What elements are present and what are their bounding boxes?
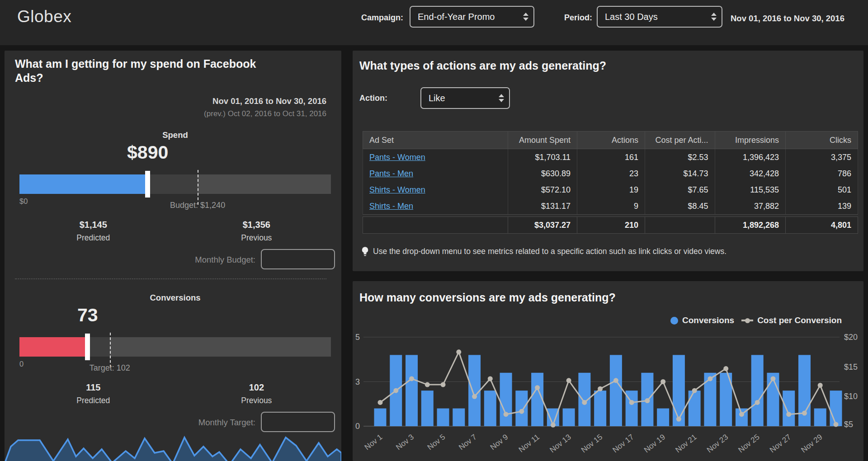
select-spinner-icon bbox=[711, 12, 717, 21]
svg-text:Nov 19: Nov 19 bbox=[642, 433, 667, 454]
svg-text:0: 0 bbox=[355, 422, 360, 431]
table-tip: Use the drop-down menu to see metrics re… bbox=[362, 246, 726, 257]
svg-text:Nov 7: Nov 7 bbox=[457, 433, 478, 452]
period-select[interactable]: Last 30 Days bbox=[597, 6, 722, 28]
spend-predicted: $1,145 Predicted bbox=[76, 220, 110, 243]
spend-previous: $1,356 Previous bbox=[241, 220, 272, 243]
action-select-value: Like bbox=[429, 93, 445, 103]
spend-bullet-marker bbox=[145, 171, 150, 198]
monthly-budget-input[interactable] bbox=[261, 249, 335, 269]
period-select-value: Last 30 Days bbox=[605, 12, 658, 22]
conversions-bullet-marker bbox=[85, 334, 90, 360]
conversions-combo-chart: 530$20$15$10$5Nov 1Nov 3Nov 5Nov 7Nov 9N… bbox=[353, 312, 863, 461]
spend-bullet-track bbox=[19, 174, 331, 194]
adset-link[interactable]: Pants - Women bbox=[369, 153, 425, 162]
campaign-select[interactable]: End-of-Year Promo bbox=[410, 6, 534, 28]
spend-bullet-label: Spend bbox=[19, 130, 331, 140]
action-label: Action: bbox=[359, 94, 387, 103]
adset-table: Ad SetAmount SpentActionsCost per Acti..… bbox=[363, 131, 858, 215]
svg-text:Nov 11: Nov 11 bbox=[517, 433, 541, 454]
column-header[interactable]: Amount Spent bbox=[508, 132, 577, 149]
svg-text:Nov 1: Nov 1 bbox=[363, 433, 384, 452]
spend-bullet-fill bbox=[19, 174, 145, 194]
svg-text:Nov 29: Nov 29 bbox=[800, 433, 824, 454]
conversions-bullet-value: 73 bbox=[77, 305, 98, 326]
table-row: Pants - Men$630.8923$14.73342,428786 bbox=[363, 165, 858, 182]
conversions-target-label: Target: 102 bbox=[90, 363, 130, 373]
select-spinner-icon bbox=[523, 12, 528, 21]
svg-text:5: 5 bbox=[355, 333, 360, 342]
conversions-predicted: 115 Predicted bbox=[76, 382, 110, 405]
conversions-card-title: How many conversions are my ads generati… bbox=[359, 291, 766, 305]
conversions-min-label: 0 bbox=[19, 360, 24, 368]
svg-text:Nov 13: Nov 13 bbox=[548, 433, 572, 454]
svg-text:Nov 27: Nov 27 bbox=[768, 433, 793, 454]
conversions-target-line bbox=[110, 333, 111, 367]
column-header[interactable]: Impressions bbox=[715, 132, 786, 149]
table-row: Shirts - Men$131.179$8.4537,882139 bbox=[363, 198, 858, 215]
conversions-bullet: Conversions 73 0 Target: 102 115 Predict… bbox=[19, 289, 331, 438]
campaign-label: Campaign: bbox=[348, 13, 403, 23]
spend-min-label: $0 bbox=[19, 197, 28, 206]
spend-bullet-value: $890 bbox=[127, 142, 168, 163]
svg-text:Nov 3: Nov 3 bbox=[394, 433, 415, 452]
svg-text:Nov 17: Nov 17 bbox=[611, 433, 635, 454]
spend-date-range: Nov 01, 2016 to Nov 30, 2016 bbox=[136, 96, 326, 106]
svg-text:Nov 25: Nov 25 bbox=[737, 433, 761, 454]
select-spinner-icon bbox=[499, 94, 504, 103]
svg-text:$20: $20 bbox=[844, 333, 858, 342]
svg-text:Nov 5: Nov 5 bbox=[426, 433, 447, 452]
svg-text:Nov 21: Nov 21 bbox=[674, 433, 698, 454]
conversions-bullet-track bbox=[19, 337, 331, 357]
table-row: Pants - Women$1,703.11161$2.531,396,4233… bbox=[363, 149, 858, 166]
spend-prev-range: (prev.) Oct 02, 2016 to Oct 31, 2016 bbox=[136, 109, 326, 118]
monthly-target-label: Monthly Target: bbox=[142, 418, 255, 428]
conversions-bullet-fill bbox=[19, 337, 85, 357]
conversions-previous: 102 Previous bbox=[241, 382, 272, 405]
spend-budget-line bbox=[198, 170, 198, 205]
svg-text:Nov 15: Nov 15 bbox=[580, 433, 604, 454]
adset-link[interactable]: Pants - Men bbox=[369, 169, 413, 178]
svg-text:$15: $15 bbox=[844, 362, 858, 372]
adset-link[interactable]: Shirts - Men bbox=[369, 202, 413, 211]
column-header[interactable]: Actions bbox=[577, 132, 645, 149]
logo: Globex bbox=[17, 7, 71, 26]
monthly-target-input[interactable] bbox=[261, 412, 335, 432]
section-divider bbox=[15, 278, 326, 279]
svg-text:$10: $10 bbox=[844, 392, 858, 401]
spend-bullet: Spend $890 $0 Budget: $1,240 $1,145 Pred… bbox=[19, 127, 331, 276]
period-label: Period: bbox=[556, 13, 592, 23]
column-header[interactable]: Ad Set bbox=[363, 132, 508, 149]
table-tip-text: Use the drop-down menu to see metrics re… bbox=[373, 247, 726, 256]
campaign-select-value: End-of-Year Promo bbox=[418, 12, 495, 22]
table-row: Shirts - Women$572.1019$7.65115,535501 bbox=[363, 182, 858, 198]
column-header[interactable]: Cost per Acti... bbox=[645, 132, 715, 149]
monthly-budget-label: Monthly Budget: bbox=[142, 255, 255, 265]
svg-text:Nov 23: Nov 23 bbox=[705, 433, 730, 454]
svg-text:$5: $5 bbox=[844, 420, 853, 429]
spend-card-title: What am I getting for my spend on Facebo… bbox=[15, 57, 286, 85]
conversions-bullet-label: Conversions bbox=[19, 293, 331, 303]
action-select[interactable]: Like bbox=[420, 87, 510, 109]
svg-text:3: 3 bbox=[355, 377, 360, 386]
app-header: Globex Campaign: End-of-Year Promo Perio… bbox=[0, 0, 868, 45]
adset-link[interactable]: Shirts - Women bbox=[369, 185, 425, 194]
adset-table-totals: $3,037.272101,892,2684,801 bbox=[363, 216, 858, 234]
lightbulb-icon bbox=[362, 246, 368, 257]
spend-area-sparkline bbox=[5, 433, 341, 461]
column-header[interactable]: Clicks bbox=[786, 132, 858, 149]
dashboard-page: Globex Campaign: End-of-Year Promo Perio… bbox=[0, 0, 868, 461]
header-date-range: Nov 01, 2016 to Nov 30, 2016 bbox=[731, 14, 844, 24]
spend-budget-label: Budget: $1,240 bbox=[170, 201, 225, 210]
svg-text:Nov 9: Nov 9 bbox=[489, 433, 510, 452]
totals-row: $3,037.272101,892,2684,801 bbox=[363, 217, 858, 234]
actions-card-title: What types of actions are my ads generat… bbox=[359, 59, 766, 73]
